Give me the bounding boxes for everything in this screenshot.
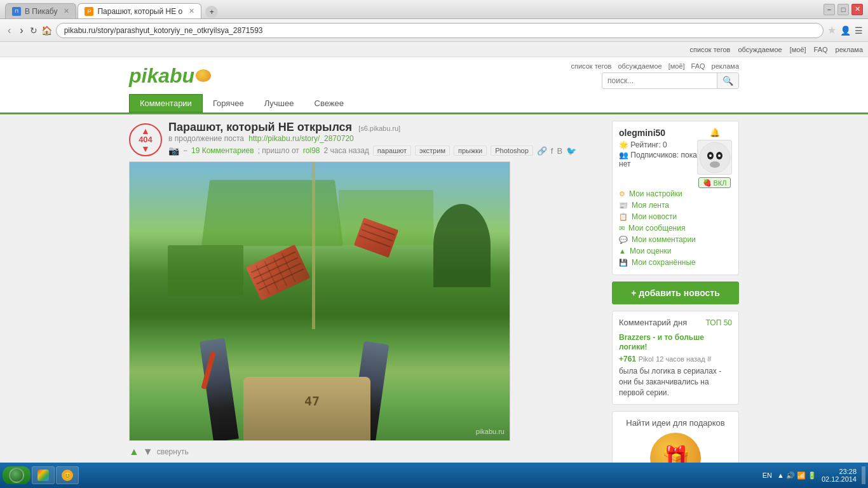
taskbar-arrow-up: ▲ (777, 471, 784, 479)
taskbar-agent-icon[interactable]: 😊 (56, 466, 79, 484)
post-title: Парашют, который НЕ открылся (168, 121, 352, 134)
reload-button[interactable]: ↻ (30, 25, 37, 36)
rating-minus[interactable]: − (183, 146, 187, 155)
user-card-header: olegmini50 🌟 Рейтинг: 0 👥 Подписчиков: п… (619, 128, 732, 188)
profile-icon[interactable]: 👤 (840, 25, 851, 36)
link-faq[interactable]: FAQ (691, 62, 705, 70)
user-avatar (697, 140, 732, 175)
vkl-icon: 🍓 (703, 179, 712, 187)
show-desktop-icon[interactable] (862, 466, 865, 484)
vote-widget: ▲ 404 ▼ (129, 123, 162, 156)
menu-saved[interactable]: 💾 Мои сохранённые (619, 257, 732, 268)
top-link-mine[interactable]: [моё] (790, 46, 806, 53)
avatar-svg (699, 142, 731, 173)
post-header: ▲ 404 ▼ Парашют, который НЕ открылся [s6… (129, 121, 602, 156)
link-mine[interactable]: [моё] (668, 62, 685, 70)
meta-link[interactable]: http://pikabu.ru/story/_2870720 (248, 134, 353, 143)
feed-icon: 📰 (619, 201, 628, 210)
menu-messages[interactable]: ✉ Мои сообщения (619, 222, 732, 234)
home-button[interactable]: 🏠 (41, 25, 52, 36)
window-controls: − □ ✕ (824, 4, 863, 15)
link-discuss[interactable]: обсуждаемое (618, 62, 661, 70)
top-link-ad[interactable]: реклама (836, 46, 863, 53)
sidebar: olegmini50 🌟 Рейтинг: 0 👥 Подписчиков: п… (612, 121, 739, 488)
comment-text: была бы логика в сериалах - они бы закан… (619, 366, 732, 398)
top-link-discuss[interactable]: обсуждаемое (738, 46, 782, 53)
vote-up-btn[interactable]: ▲ (141, 126, 150, 135)
rating-icon: 🌟 (619, 140, 628, 149)
tag-parachute[interactable]: парашют (373, 146, 411, 156)
link-ad[interactable]: реклама (712, 62, 739, 70)
tag-photoshop[interactable]: Photoshop (491, 146, 533, 156)
camera-icon[interactable]: 📷 (168, 146, 179, 156)
top-link-tegs[interactable]: список тегов (689, 46, 730, 53)
add-news-button[interactable]: + добавить новость (612, 281, 739, 304)
bottom-vote-down[interactable]: ▼ (143, 446, 153, 458)
share-vk-icon[interactable]: В (557, 146, 562, 156)
bottom-vote-up[interactable]: ▲ (129, 446, 139, 458)
menu-comments[interactable]: 💬 Мои комментарии (619, 234, 732, 245)
tab-pikabu-post[interactable]: P Парашют, который НЕ о ✕ (78, 3, 201, 18)
taskbar-time: 23:28 (822, 468, 857, 475)
post-meta: в продолжение поста http://pikabu.ru/sto… (168, 134, 602, 143)
share-fb-icon[interactable]: f (551, 146, 553, 156)
top50-link[interactable]: ТОП 50 (706, 318, 732, 327)
nav-best[interactable]: Лучшее (254, 95, 304, 112)
menu-button[interactable]: ☰ (855, 25, 863, 36)
tab-pikabu-home[interactable]: П В Пикабу ✕ (5, 3, 76, 18)
new-tab-button[interactable]: + (205, 6, 218, 18)
bookmark-star[interactable]: ★ (827, 24, 836, 36)
vote-down-btn[interactable]: ▼ (141, 144, 150, 153)
search-button[interactable]: 🔍 (717, 73, 738, 88)
comment-icon: 💬 (619, 236, 628, 244)
menu-settings[interactable]: ⚙ Мои настройки (619, 188, 732, 200)
ad-title: Найти идеи для подарков (619, 418, 732, 428)
tab2-close[interactable]: ✕ (189, 7, 194, 15)
nav-hot[interactable]: Горячее (203, 95, 254, 112)
share-twitter-icon[interactable]: 🐦 (566, 146, 576, 156)
address-bar[interactable] (56, 23, 824, 38)
tag-extreme[interactable]: экстрим (415, 146, 450, 156)
pack-number: 47 (304, 393, 320, 409)
minimize-button[interactable]: − (824, 4, 835, 15)
menu-ratings[interactable]: ▲ Мои оценки (619, 245, 732, 257)
parachute-pack (243, 377, 370, 440)
back-button[interactable]: ‹ (5, 24, 13, 37)
author-link[interactable]: rol98 (303, 146, 320, 155)
watermark: pikabu.ru (476, 428, 505, 435)
top-link-faq[interactable]: FAQ (814, 46, 828, 53)
nav-comments[interactable]: Комментарии (129, 94, 203, 112)
comment-hash: # (707, 355, 711, 363)
start-button[interactable] (3, 466, 31, 484)
browser-toolbar: ‹ › ↻ 🏠 ★ 👤 ☰ (0, 19, 868, 42)
share-link-icon[interactable]: 🔗 (537, 146, 547, 156)
power-icon[interactable]: 🔋 (808, 471, 817, 480)
comment-link[interactable]: Brazzers - и то больше логики! (619, 333, 704, 351)
forward-button[interactable]: › (17, 24, 25, 37)
vkl-badge[interactable]: 🍓 ВКЛ (698, 177, 731, 188)
collapse-link[interactable]: свернуть (157, 447, 189, 456)
ratings-icon: ▲ (619, 247, 626, 255)
close-button[interactable]: ✕ (851, 4, 863, 15)
msg-icon: ✉ (619, 224, 625, 233)
link-tegs[interactable]: список тегов (571, 62, 611, 70)
menu-feed[interactable]: 📰 Моя лента (619, 200, 732, 211)
maximize-button[interactable]: □ (837, 4, 849, 15)
search-input[interactable] (602, 74, 717, 88)
post-title-row: Парашют, который НЕ открылся [s6.pikabu.… (168, 121, 602, 134)
network-icon[interactable]: 📶 (797, 471, 806, 480)
menu-news[interactable]: 📋 Мои новости (619, 211, 732, 222)
comments-link[interactable]: 19 Комментариев (191, 146, 254, 155)
taskbar-lang: EN (763, 471, 772, 479)
svg-point-3 (709, 154, 712, 157)
chrome-icon (37, 470, 49, 481)
volume-icon[interactable]: 🔊 (786, 471, 795, 480)
nav-fresh[interactable]: Свежее (304, 95, 354, 112)
post-image-wrap: 47 (129, 161, 602, 441)
notification-icon[interactable]: 🔔 (710, 128, 720, 137)
tab1-close[interactable]: ✕ (64, 7, 69, 15)
taskbar-chrome[interactable] (32, 466, 55, 484)
comment-day-title: Комментарий дня (619, 318, 687, 327)
tag-jumps[interactable]: прыжки (454, 146, 487, 156)
user-avatar-area: 🔔 (697, 128, 732, 188)
